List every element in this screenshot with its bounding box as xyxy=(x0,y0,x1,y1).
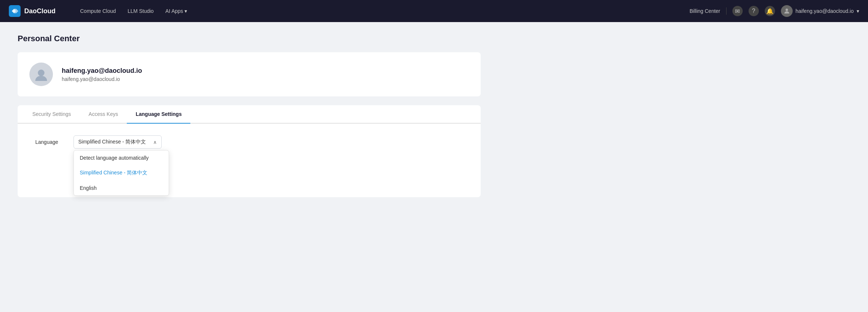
tab-security-settings-label: Security Settings xyxy=(32,111,71,117)
language-dropdown-menu: Detect language automatically Simplified… xyxy=(73,150,169,196)
help-icon-button[interactable]: ? xyxy=(749,6,759,16)
user-avatar xyxy=(781,5,793,17)
svg-point-2 xyxy=(38,70,44,76)
nav-ai-apps[interactable]: AI Apps ▾ xyxy=(161,6,191,16)
language-option-auto-label: Detect language automatically xyxy=(80,155,149,161)
language-select-wrapper: Simplified Chinese - 简体中文 ∧ Detect langu… xyxy=(73,135,162,149)
bell-icon: 🔔 xyxy=(766,8,774,15)
user-card: haifeng.yao@daocloud.io haifeng.yao@daoc… xyxy=(18,52,481,96)
user-display-name: haifeng.yao@daocloud.io xyxy=(62,67,142,75)
user-avatar-icon xyxy=(34,67,49,82)
tab-language-settings[interactable]: Language Settings xyxy=(127,105,190,124)
language-select-trigger[interactable]: Simplified Chinese - 简体中文 ∧ xyxy=(73,135,162,149)
brand-logo-link[interactable]: DaoCloud xyxy=(9,5,64,17)
help-icon: ? xyxy=(752,8,755,14)
brand-name: DaoCloud xyxy=(24,7,55,15)
tabs-container: Security Settings Access Keys Language S… xyxy=(18,105,481,197)
message-icon: ✉ xyxy=(735,8,740,15)
nav-ai-apps-label: AI Apps xyxy=(165,8,183,14)
user-display-email: haifeng.yao@daocloud.io xyxy=(62,76,142,82)
chevron-up-icon: ∧ xyxy=(153,139,157,145)
language-option-en-label: English xyxy=(80,185,97,191)
billing-center-label: Billing Center xyxy=(690,8,720,14)
tabs-header: Security Settings Access Keys Language S… xyxy=(18,105,481,124)
language-label: Language xyxy=(35,135,65,145)
language-option-en[interactable]: English xyxy=(74,181,169,195)
nav-right: Billing Center ✉ ? 🔔 haifeng.yao@daoclou… xyxy=(690,5,859,17)
language-settings-content: Language Simplified Chinese - 简体中文 ∧ Det… xyxy=(18,124,481,197)
notification-bell-button[interactable]: 🔔 xyxy=(765,6,775,16)
tab-security-settings[interactable]: Security Settings xyxy=(24,105,80,124)
main-content: Personal Center haifeng.yao@daocloud.io … xyxy=(0,22,514,209)
tab-access-keys-label: Access Keys xyxy=(89,111,118,117)
nav-ai-apps-chevron-icon: ▾ xyxy=(184,8,187,14)
billing-center-link[interactable]: Billing Center xyxy=(690,8,720,14)
daocloud-logo-icon xyxy=(9,5,21,17)
user-email-label: haifeng.yao@daocloud.io xyxy=(796,8,854,14)
nav-divider xyxy=(726,7,727,15)
language-option-auto[interactable]: Detect language automatically xyxy=(74,150,169,165)
page-title: Personal Center xyxy=(18,34,497,43)
user-avatar-large xyxy=(29,63,53,86)
navbar: DaoCloud Compute Cloud LLM Studio AI App… xyxy=(0,0,868,22)
user-menu-chevron-icon: ▾ xyxy=(857,8,859,14)
language-selected-value: Simplified Chinese - 简体中文 xyxy=(78,139,146,145)
nav-llm-studio-label: LLM Studio xyxy=(128,8,154,14)
message-icon-button[interactable]: ✉ xyxy=(732,6,743,16)
nav-compute-cloud[interactable]: Compute Cloud xyxy=(76,6,120,16)
tab-language-settings-label: Language Settings xyxy=(136,111,182,117)
svg-point-1 xyxy=(785,8,788,11)
nav-llm-studio[interactable]: LLM Studio xyxy=(123,6,158,16)
language-option-zh-label: Simplified Chinese - 简体中文 xyxy=(80,170,147,176)
nav-compute-cloud-label: Compute Cloud xyxy=(80,8,116,14)
language-row: Language Simplified Chinese - 简体中文 ∧ Det… xyxy=(35,135,463,149)
language-option-zh[interactable]: Simplified Chinese - 简体中文 xyxy=(74,165,169,181)
tab-access-keys[interactable]: Access Keys xyxy=(80,105,127,124)
nav-links: Compute Cloud LLM Studio AI Apps ▾ xyxy=(76,6,678,16)
user-info: haifeng.yao@daocloud.io haifeng.yao@daoc… xyxy=(62,67,142,82)
user-menu[interactable]: haifeng.yao@daocloud.io ▾ xyxy=(781,5,859,17)
